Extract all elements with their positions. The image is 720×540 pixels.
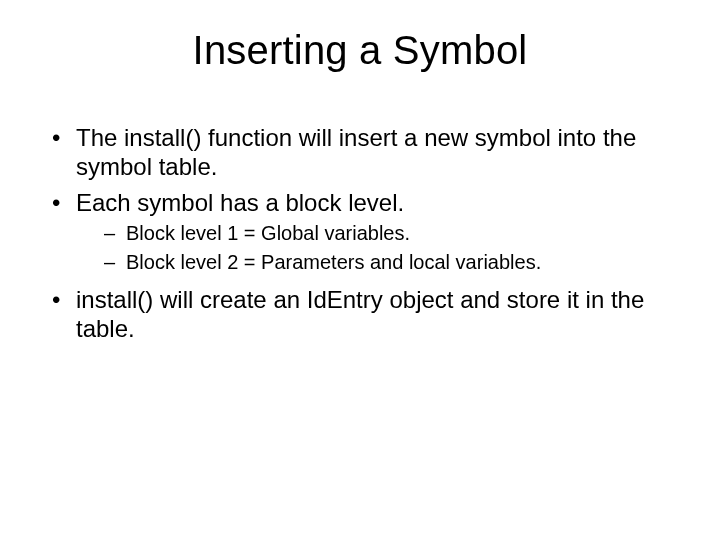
bullet-text: The install() function will insert a new… — [76, 124, 636, 180]
list-item: Block level 2 = Parameters and local var… — [104, 250, 680, 275]
sub-bullet-list: Block level 1 = Global variables. Block … — [76, 221, 680, 275]
bullet-text: install() will create an IdEntry object … — [76, 286, 644, 342]
sub-bullet-text: Block level 2 = Parameters and local var… — [126, 251, 541, 273]
slide: Inserting a Symbol The install() functio… — [0, 0, 720, 540]
list-item: install() will create an IdEntry object … — [52, 285, 680, 344]
bullet-text: Each symbol has a block level. — [76, 189, 404, 216]
list-item: Block level 1 = Global variables. — [104, 221, 680, 246]
list-item: Each symbol has a block level. Block lev… — [52, 188, 680, 275]
slide-title: Inserting a Symbol — [40, 28, 680, 73]
bullet-list: The install() function will insert a new… — [40, 123, 680, 343]
list-item: The install() function will insert a new… — [52, 123, 680, 182]
sub-bullet-text: Block level 1 = Global variables. — [126, 222, 410, 244]
